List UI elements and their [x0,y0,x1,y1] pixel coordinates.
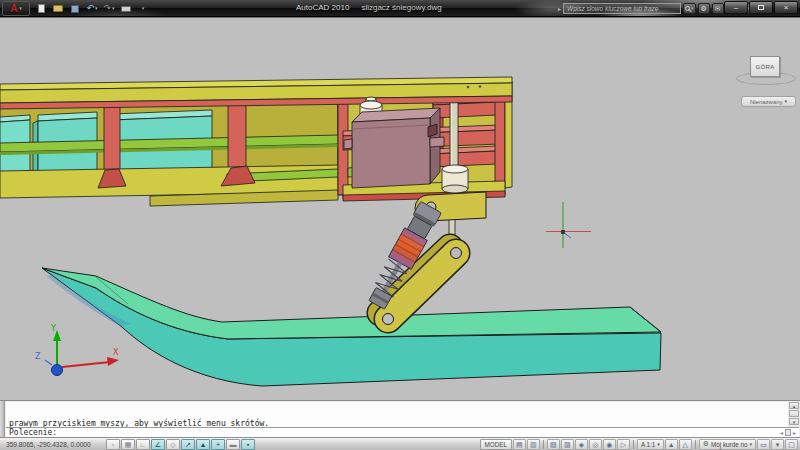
envelope-icon: ✉ [715,5,721,13]
document-name: slizgacz śniegowy.dwg [361,3,441,12]
infocenter-search-button[interactable]: ▾ [683,3,696,14]
drawing-canvas[interactable]: Y X Z GÓRA Nienazwany ▾ [0,17,800,400]
separator [695,440,696,449]
command-history[interactable]: prawym przyciskiem myszy, aby wyświetlić… [6,402,788,427]
chevron-down-icon: ▾ [785,99,788,104]
app-menu-button[interactable]: A ▾ [2,1,30,16]
toggle-osnap[interactable]: ◇ [166,439,180,450]
window-title: AutoCAD 2010slizgacz śniegowy.dwg [296,3,442,12]
pan-icon[interactable]: ◈ [575,439,588,450]
undo-button[interactable]: ↶▾ [85,3,99,15]
viewcube-ucs-dropdown[interactable]: Nienazwany ▾ [741,96,796,107]
app-name: AutoCAD 2010 [296,3,349,12]
undo-icon: ↶ [86,4,94,13]
quick-access-toolbar: ↶▾ ↷▾ ▾ [34,2,150,15]
plot-button[interactable] [119,3,133,15]
minimize-button[interactable]: – [724,1,748,14]
viewcube-top-face[interactable]: GÓRA [750,56,780,77]
chevron-down-icon: ▾ [749,442,752,447]
scroll-thumb[interactable] [789,410,799,417]
redo-button[interactable]: ↷▾ [102,3,116,15]
clean-screen-icon[interactable]: ▢ [785,439,798,450]
new-drawing-button[interactable] [34,3,48,15]
infocenter: ▸ ▾ ⚙ ✉ ★ ?▾ [558,2,752,15]
command-window-grip[interactable] [0,401,5,438]
command-splitter[interactable]: ◂ ▸ [780,429,796,436]
status-bar: 359.8065, -290.4328, 0.0000 ▫ ▦ ∟ ∠ ◇ ↗ … [0,437,800,450]
ucs-name: Nienazwany [750,99,783,105]
chevron-down-icon: ▾ [95,6,98,11]
axis-y-label: Y [50,324,56,333]
status-bar-right: MODEL ▤ ▥ ▧ ▨ ◈ ◎ ◉ ▷ A 1:1 ▾ ▲ △ ⚙ Mój … [480,439,800,450]
toggle-lwt[interactable]: ▬ [226,439,240,450]
annotation-scale-button[interactable]: A 1:1 ▾ [637,439,664,450]
scroll-down-icon[interactable]: ▾ [789,418,799,425]
chevron-down-icon: ▾ [19,6,22,11]
chevron-down-icon: ▾ [112,6,115,11]
toggle-ducs[interactable]: ▲ [196,439,210,450]
open-button[interactable] [51,3,65,15]
annotation-scale-value: A 1:1 [641,441,655,448]
ucs-icon: Y X Z [35,324,119,376]
splitter-handle[interactable] [785,429,791,436]
gear-icon: ⚙ [703,440,709,448]
new-page-icon [38,4,45,13]
command-history-line: prawym przyciskiem myszy, aby wyświetlić… [9,420,788,427]
autocad-logo-icon: A [10,4,17,14]
autocad-window: A ▾ ↶▾ ↷▾ ▾ AutoCAD 2010slizgacz śniegow… [0,0,800,450]
restore-icon [758,5,764,10]
toggle-polar[interactable]: ∠ [151,439,165,450]
chevron-down-icon: ▾ [142,6,145,11]
save-button[interactable] [68,3,82,15]
splitter-right-icon: ▸ [793,429,796,436]
crosshair-cursor [546,202,591,248]
restore-button[interactable] [749,1,773,14]
communication-center-button[interactable]: ✉ [712,3,724,14]
toggle-otrack[interactable]: ↗ [181,439,195,450]
coordinates-display[interactable]: 359.8065, -290.4328, 0.0000 [0,441,106,448]
annotation-visibility-icon[interactable]: ▲ [665,439,678,450]
close-button[interactable]: × [774,1,798,14]
search-icon [685,6,690,11]
qat-menu-button[interactable]: ▾ [136,3,150,15]
printer-icon [121,6,131,12]
layout-tab-icon[interactable]: ▥ [527,439,540,450]
separator [633,440,634,449]
show-motion-icon[interactable]: ▷ [617,439,630,450]
model-view: Y X Z [0,18,800,401]
window-controls: – × [724,1,798,14]
status-menu-icon[interactable]: ▾ [771,439,784,450]
chevron-down-icon: ▾ [657,442,660,447]
toggle-dyn[interactable]: + [211,439,225,450]
redo-icon: ↷ [103,4,111,13]
axis-x-label: X [113,348,119,357]
separator [543,440,544,449]
zoom-icon[interactable]: ◎ [589,439,602,450]
quick-view-drawings-icon[interactable]: ▨ [561,439,574,450]
workspace-name: Mój kurde no [711,441,747,448]
quick-view-layouts-icon[interactable]: ▧ [547,439,560,450]
infocenter-collapse-icon[interactable]: ▸ [558,5,561,12]
toggle-qp[interactable]: ▪ [241,439,255,450]
toolbar-lock-icon[interactable]: ▭ [757,439,770,450]
model-space-button[interactable]: MODEL [480,439,512,450]
spacer-cylinder[interactable] [442,165,468,193]
auto-annotation-scale-icon[interactable]: △ [679,439,692,450]
workspace-switcher[interactable]: ⚙ Mój kurde no ▾ [699,439,756,450]
toggle-snap[interactable]: ▫ [106,439,120,450]
subscription-center-button[interactable]: ⚙ [698,3,710,14]
axis-z-label: Z [35,352,41,361]
model-tab-icon[interactable]: ▤ [513,439,526,450]
open-folder-icon [53,5,63,12]
save-floppy-icon [71,5,79,13]
toggle-grid[interactable]: ▦ [121,439,135,450]
command-window: prawym przyciskiem myszy, aby wyświetlić… [0,400,800,437]
command-scrollbar[interactable]: ▴ ▾ [789,402,799,427]
wrench-icon: ⚙ [700,5,706,13]
infocenter-search-input[interactable] [563,3,681,14]
toggle-ortho[interactable]: ∟ [136,439,150,450]
scroll-up-icon[interactable]: ▴ [789,402,799,409]
titlebar: A ▾ ↶▾ ↷▾ ▾ AutoCAD 2010slizgacz śniegow… [0,0,800,17]
steering-wheel-icon[interactable]: ◉ [603,439,616,450]
ski-body[interactable] [42,268,661,386]
